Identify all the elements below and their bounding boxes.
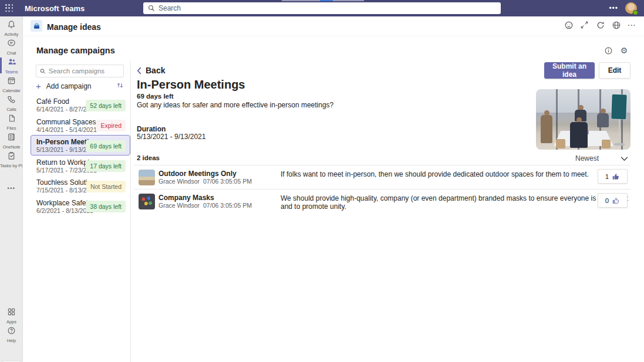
sidebar-item-files[interactable]: Files bbox=[0, 114, 23, 131]
thumbs-up-outline-icon bbox=[612, 197, 620, 205]
idea-author: Grace Windsor bbox=[159, 178, 200, 185]
sidebar-more-button[interactable]: ••• bbox=[0, 185, 23, 191]
manage-ideas-app-icon bbox=[31, 20, 42, 32]
app-title: Microsoft Teams bbox=[25, 4, 85, 13]
feedback-icon[interactable] bbox=[564, 20, 574, 30]
ideas-count: 2 ideas bbox=[137, 154, 160, 161]
teams-people-icon bbox=[7, 57, 16, 66]
sidebar-item-onenote[interactable]: OneNote bbox=[0, 133, 23, 150]
campaign-search-box[interactable] bbox=[36, 65, 124, 77]
sidebar-item-calendar[interactable]: Calendar bbox=[0, 76, 23, 93]
sidebar-item-chat[interactable]: Chat bbox=[0, 39, 23, 56]
sidebar-item-apps[interactable]: Apps bbox=[0, 307, 23, 324]
panel-divider bbox=[130, 61, 131, 362]
idea-timestamp: 07/06 3:05:05 PM bbox=[203, 178, 252, 185]
campaign-row-communal-spaces[interactable]: Communal Spaces 4/14/2021 - 5/14/2021 Ex… bbox=[31, 115, 130, 136]
add-campaign-row: + Add campaign bbox=[36, 82, 124, 91]
file-icon bbox=[8, 114, 16, 123]
status-badge: Not Started bbox=[86, 181, 126, 192]
days-left-label: 69 days left bbox=[137, 93, 174, 100]
idea-row-company-masks[interactable]: Company Masks Grace Windsor07/06 3:05:05… bbox=[134, 190, 630, 213]
chat-icon bbox=[7, 39, 16, 48]
sort-dropdown[interactable]: Newest bbox=[575, 153, 628, 164]
idea-text: If folks want to meet in-person, then we… bbox=[281, 170, 589, 178]
apps-grid-icon bbox=[7, 307, 16, 316]
presence-indicator bbox=[633, 10, 638, 15]
idea-thumbnail bbox=[139, 170, 155, 185]
app-header bbox=[23, 16, 644, 36]
app-header-actions: ··· bbox=[564, 20, 637, 30]
onenote-icon bbox=[7, 133, 16, 141]
campaign-title: In-Person Meetings bbox=[137, 78, 245, 92]
campaign-description: Got any ideas for safer and more effecti… bbox=[137, 101, 333, 109]
status-badge: 69 days left bbox=[86, 140, 126, 152]
back-button[interactable]: Back bbox=[137, 66, 165, 75]
sidebar-item-teams[interactable]: Teams bbox=[0, 57, 23, 75]
search-input[interactable] bbox=[159, 4, 496, 12]
duration-label: Duration bbox=[137, 125, 166, 133]
chevron-down-icon bbox=[621, 156, 628, 161]
campaign-row-in-person-meetings[interactable]: In-Person Meetings 5/13/2021 - 9/13/2021… bbox=[31, 135, 130, 155]
teams-window: Microsoft Teams ••• Activity Chat Teams … bbox=[0, 0, 644, 362]
globe-icon[interactable] bbox=[611, 20, 621, 30]
gear-icon[interactable]: ⚙ bbox=[619, 46, 629, 55]
idea-text: We should provide high-quality, company … bbox=[281, 194, 630, 211]
info-icon[interactable] bbox=[603, 46, 613, 55]
left-rail: Activity Chat Teams Calendar Calls Files… bbox=[0, 16, 23, 362]
sidebar-item-calls[interactable]: Calls bbox=[0, 95, 23, 112]
status-badge: 52 days left bbox=[86, 100, 126, 111]
section-title: Manage campaigns bbox=[36, 46, 115, 55]
chevron-left-icon bbox=[137, 67, 142, 75]
phone-icon bbox=[7, 95, 16, 104]
section-actions: ⚙ bbox=[603, 46, 629, 55]
search-icon bbox=[40, 68, 46, 75]
sidebar-item-tasks[interactable]: Tasks by Pl... bbox=[0, 151, 23, 168]
idea-timestamp: 07/06 3:05:05 PM bbox=[203, 202, 252, 209]
collapse-app-icon[interactable] bbox=[579, 20, 589, 30]
vote-button[interactable]: 1 bbox=[598, 169, 628, 184]
campaign-row-touchless-solutions[interactable]: Touchless Solutions 7/15/2021 - 8/13/202… bbox=[31, 175, 130, 196]
campaign-list: Café Food 6/14/2021 - 8/27/2021 52 days … bbox=[31, 94, 130, 216]
bell-icon bbox=[7, 20, 16, 29]
idea-author: Grace Windsor bbox=[159, 202, 200, 209]
edit-button[interactable]: Edit bbox=[599, 62, 630, 79]
duration-value: 5/13/2021 - 9/13/2021 bbox=[137, 133, 205, 141]
campaign-search-input[interactable] bbox=[49, 67, 120, 75]
plus-icon[interactable]: + bbox=[36, 82, 41, 90]
app-launcher-icon[interactable] bbox=[5, 4, 14, 12]
page-title: Manage ideas bbox=[47, 22, 101, 32]
avatar[interactable] bbox=[625, 2, 637, 14]
status-badge: Expired bbox=[96, 120, 126, 131]
sidebar-item-help[interactable]: Help bbox=[0, 326, 23, 343]
briefcase-icon bbox=[33, 22, 41, 30]
refresh-icon[interactable] bbox=[595, 20, 605, 30]
campaign-photo bbox=[536, 89, 630, 150]
calendar-icon bbox=[7, 76, 16, 85]
top-search-bar[interactable] bbox=[143, 2, 501, 14]
campaign-row-workplace-safety[interactable]: Workplace Safety 6/2/2021 - 8/13/2021 38… bbox=[31, 196, 130, 216]
sidebar-item-activity[interactable]: Activity bbox=[0, 20, 23, 37]
submit-idea-button[interactable]: Submit an idea bbox=[544, 62, 595, 79]
presentation-screen bbox=[611, 94, 626, 120]
app-more-icon[interactable]: ··· bbox=[627, 20, 637, 30]
sort-campaigns-icon[interactable] bbox=[116, 81, 124, 92]
campaign-row-return-to-workplace[interactable]: Return to Workplace 5/17/2021 - 7/23/202… bbox=[31, 155, 130, 176]
vote-button[interactable]: 0 bbox=[598, 193, 628, 208]
thumbs-up-icon bbox=[612, 172, 620, 181]
status-badge: 17 days left bbox=[86, 160, 126, 172]
window-edge-artifact-blue bbox=[320, 0, 333, 1]
campaign-row-cafe-food[interactable]: Café Food 6/14/2021 - 8/27/2021 52 days … bbox=[31, 94, 130, 115]
tasks-clipboard-icon bbox=[7, 151, 16, 160]
idea-thumbnail bbox=[139, 194, 155, 209]
top-bar: Microsoft Teams ••• bbox=[0, 0, 644, 16]
search-icon bbox=[148, 5, 155, 12]
idea-row-outdoor-meetings[interactable]: Outdoor Meetings Only Grace Windsor07/06… bbox=[134, 165, 630, 189]
topbar-more-button[interactable]: ••• bbox=[609, 0, 618, 16]
add-campaign-button[interactable]: Add campaign bbox=[46, 82, 92, 90]
help-icon bbox=[7, 326, 16, 335]
status-badge: 38 days left bbox=[86, 201, 126, 212]
